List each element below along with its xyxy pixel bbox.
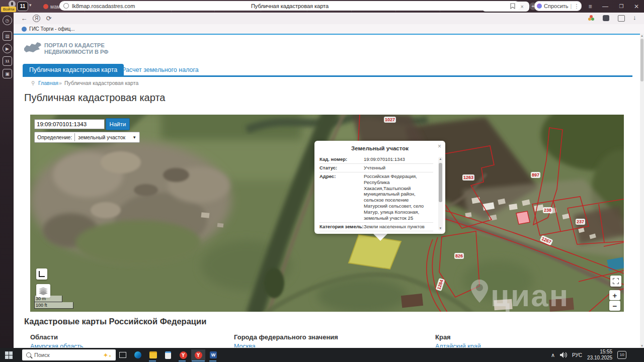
video-play-icon[interactable]: ▶	[3, 44, 12, 53]
search-icon	[26, 352, 31, 357]
footer-link[interactable]: Алтайский край	[435, 343, 516, 347]
copilot-sparkle-icon: ✦✦	[103, 351, 112, 359]
login-badge[interactable]: Войти	[1, 7, 16, 12]
task-view-icon[interactable]	[117, 349, 129, 360]
cian-watermark-pin	[471, 280, 488, 303]
close-window-icon[interactable]: ✕	[631, 0, 642, 13]
running-indicator	[209, 360, 216, 361]
clock[interactable]: 15:5523.10.2025	[587, 349, 612, 361]
cian-watermark-text: циан	[491, 278, 569, 313]
parcel-label[interactable]: 1027	[384, 117, 396, 123]
pink-parcel[interactable]	[516, 211, 530, 224]
ask-more-icon[interactable]: ⋮	[574, 3, 579, 10]
site-logo-text: ПОРТАЛ О КАДАСТРЕ НЕДВИЖИМОСТИ В РФ	[44, 42, 108, 55]
parcel-label[interactable]: 237	[576, 219, 585, 225]
nav-tab-public-map[interactable]: Публичная кадастровая карта	[23, 64, 124, 75]
tab-counter[interactable]: 11	[17, 2, 28, 11]
footer-heading: Кадастровые карты Российской Федерации	[24, 317, 206, 326]
scrollbar-up-icon[interactable]: ▲	[640, 34, 644, 38]
scroll-down-icon[interactable]: ▼	[438, 227, 443, 230]
scroll-thumb[interactable]	[439, 163, 442, 202]
refresh-icon[interactable]: ⟳	[43, 15, 55, 22]
history-clock-icon[interactable]: ◷	[3, 16, 12, 25]
popup-scrollbar[interactable]: ▲ ▼	[438, 157, 443, 230]
volume-icon[interactable]	[560, 352, 567, 358]
notes-icon[interactable]: ▤	[3, 31, 12, 41]
tray-expand-icon[interactable]: ∧	[551, 352, 555, 358]
bookmark-item[interactable]: ГИС Торги - офиц...	[29, 26, 75, 32]
find-button[interactable]: Найти	[106, 118, 130, 130]
popup-pointer	[373, 233, 388, 241]
parcel-label[interactable]: 826	[454, 253, 464, 259]
site-top-border	[14, 34, 640, 35]
running-indicator	[192, 360, 205, 361]
page-scrollbar[interactable]: ▲ ▼	[640, 34, 644, 348]
file-explorer-icon[interactable]	[147, 349, 159, 360]
breadcrumb-pin-icon: ⚲	[31, 80, 35, 86]
fullscreen-button[interactable]	[610, 276, 621, 287]
browser-toolbar: ← Я ⟳	[0, 13, 644, 24]
footer-column-oblasti: Области	[30, 333, 58, 341]
scrollbar-down-icon[interactable]: ▼	[640, 344, 644, 348]
menu-icon[interactable]: ≡	[585, 0, 596, 13]
scroll-up-icon[interactable]: ▲	[438, 157, 443, 160]
breadcrumb-home[interactable]: Главная	[38, 80, 58, 86]
map-search: Найти	[34, 118, 130, 130]
footer-column-cities: Города федерального значения	[234, 333, 338, 341]
chevron-down-icon: ▼	[132, 135, 136, 140]
address-bar[interactable]: lk8map.roscadastres.com Публичная кадаст…	[59, 1, 520, 11]
cadastral-number-input[interactable]	[34, 119, 105, 129]
popup-rows: Кад. номер:19:09:070101:1343 Статус:Учте…	[319, 155, 433, 232]
footer-column-kraya: Края	[435, 333, 451, 341]
zoom-in-button[interactable]: +	[609, 290, 620, 300]
address-title: Публичная кадастровая карта	[59, 3, 520, 9]
screenshot-icon[interactable]: ▣	[3, 69, 12, 78]
zoom-out-button[interactable]: −	[609, 301, 620, 311]
yandex-browser-active-icon[interactable]: Y	[191, 349, 205, 360]
popup-row: Категория земель:Земли населенных пункто…	[319, 222, 433, 231]
bookmark-icon[interactable]	[510, 3, 515, 9]
start-button[interactable]	[5, 351, 13, 359]
taskbar-search[interactable]: Поиск ✦✦	[22, 349, 116, 360]
notifications-icon[interactable]: 10	[617, 351, 626, 359]
bookmarks-bar: ГИС Торги - офиц...	[14, 24, 644, 34]
downloads-icon[interactable]: ↓	[633, 14, 636, 21]
parcel-label[interactable]: 1263	[462, 174, 474, 180]
popup-row: Адрес:Российская Федерация, Республика Х…	[319, 172, 433, 222]
edge-icon[interactable]	[132, 349, 144, 360]
extension-flower-icon[interactable]	[588, 15, 595, 22]
parcel-label[interactable]: 238	[543, 207, 552, 213]
screen: { "browser": { "login_badge": "Войти", "…	[0, 0, 644, 362]
popup-row: Статус:Учтенный	[319, 163, 433, 172]
footer-link[interactable]: Амурская область	[30, 343, 111, 347]
scrollbar-thumb[interactable]	[640, 39, 643, 81]
fullscreen-icon	[613, 278, 619, 284]
extension-dark-icon[interactable]	[603, 15, 609, 21]
close-tab-icon[interactable]: ×	[521, 4, 524, 10]
yandex-home-icon[interactable]: Я	[33, 15, 40, 22]
minimize-icon[interactable]: —	[600, 0, 611, 13]
footer-link[interactable]: Москва	[234, 343, 314, 347]
gis-torgi-favicon	[22, 27, 27, 32]
page-title: Публичная кадастровая карта	[24, 92, 165, 104]
maximize-icon[interactable]: ❐	[616, 0, 627, 13]
back-icon[interactable]: ←	[18, 15, 30, 22]
object-type-select[interactable]: земельный участок▼	[74, 133, 139, 141]
extensions-icon[interactable]	[618, 15, 625, 22]
popup-row: Кад. номер:19:09:070101:1343	[319, 155, 433, 163]
yandex-browser-icon[interactable]: Y	[177, 349, 189, 360]
measure-tool-button[interactable]	[36, 268, 47, 280]
scale-bar-metric: 30 m	[34, 296, 62, 302]
language-indicator[interactable]: РУС	[572, 352, 582, 358]
tabs-chevron-icon[interactable]: ▾	[29, 3, 32, 8]
nav-tab-tax-calc[interactable]: Расчет земельного налога	[117, 64, 204, 75]
red-site-icon	[43, 4, 48, 9]
calendar-badge-icon[interactable]: 11	[3, 56, 12, 66]
popup-title: Земельный участок	[314, 145, 445, 151]
ms-store-icon[interactable]	[162, 349, 174, 360]
ask-ai-button[interactable]: Спросить | ⋮	[534, 1, 582, 11]
word-icon[interactable]: W	[207, 349, 219, 360]
object-type-filter: Определение: земельный участок▼	[34, 132, 140, 143]
layers-icon	[39, 287, 48, 295]
parcel-label[interactable]: 897	[531, 172, 540, 178]
